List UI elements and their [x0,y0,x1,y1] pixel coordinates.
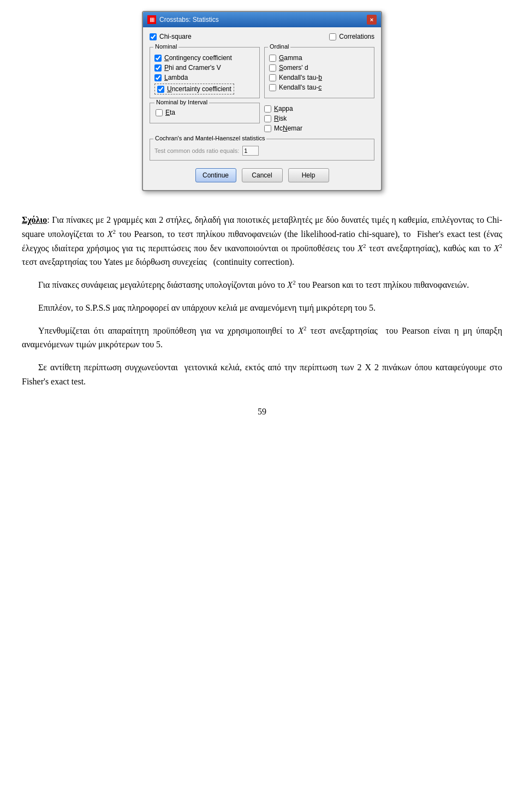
kendall-taub-checkbox[interactable] [269,74,276,81]
uncertainty-checkbox[interactable] [157,86,164,93]
ordinal-group-title: Ordinal [268,43,290,50]
kappa-option: Kappa [264,105,374,112]
odds-row: Test common odds ratio equals: [154,146,370,156]
paragraph3: Επιπλέον, το S.P.S.S μας πληροφορεί αν υ… [22,301,502,315]
sup4: 2 [293,279,296,286]
chi-square-label: Chi-square [159,33,192,40]
titlebar-left: ▦ Crosstabs: Statistics [147,15,219,24]
dialog-app-icon: ▦ [147,15,156,24]
lambda-checkbox[interactable] [154,74,162,81]
correlations-label: Correlations [339,33,374,40]
chi-x2: X [358,244,363,253]
chi-square-checkbox[interactable] [150,33,157,40]
sup3: 2 [499,242,503,249]
kappa-checkbox[interactable] [264,105,271,112]
mcnemar-checkbox[interactable] [264,125,271,132]
dialog-titlebar: ▦ Crosstabs: Statistics × [143,12,381,27]
cancel-button[interactable]: Cancel [242,168,283,182]
nominal-interval-title: Nominal by Interval [154,99,209,105]
dialog-buttons: Continue Cancel Help [150,165,374,185]
kendall-taub-label: Kendall's tau-b [279,74,322,81]
lambda-option: Lambda [154,74,255,81]
kendall-tauc-checkbox[interactable] [269,84,276,91]
chi-x1: X [108,229,113,239]
risk-label: Risk [274,115,287,122]
scholio-colon: : Για πίνακες με 2 γραμμές και 2 στήλες,… [22,215,502,266]
continue-button[interactable]: Continue [195,168,236,182]
nominal-interval-group: Nominal by Interval Eta [150,103,260,134]
kendall-taub-option: Kendall's tau-b [269,74,370,81]
dialog-container: ▦ Crosstabs: Statistics × Chi-square Cor… [22,11,502,191]
nominal-interval-row: Nominal by Interval Eta Kappa Ris [150,103,374,134]
somers-label: Somers' d [279,64,308,72]
correlations-checkbox[interactable] [329,33,336,40]
close-button[interactable]: × [367,15,377,25]
mcnemar-label: McNemar [274,125,302,132]
nominal-group-title: Nominal [153,43,178,50]
scholio-label: Σχόλιο [22,215,47,224]
top-options-row: Chi-square Correlations [150,33,374,43]
dialog-body: Chi-square Correlations Nominal Continge… [143,27,381,190]
chi-x3: X [494,244,499,253]
paragraph5: Σε αντίθετη περίπτωση συγχωνεύονται γειτ… [22,360,502,388]
kappa-label: Kappa [274,105,293,112]
phi-cramer-checkbox[interactable] [154,64,162,72]
sup5: 2 [303,325,307,331]
chi-square-option: Chi-square [150,33,192,40]
right-col-options: Kappa Risk McNemar [264,103,374,134]
kendall-tauc-option: Kendall's tau-c [269,84,370,91]
contingency-checkbox[interactable] [154,55,162,62]
odds-label: Test common odds ratio equals: [154,147,239,154]
risk-option: Risk [264,115,374,122]
dialog-title: Crosstabs: Statistics [159,16,219,23]
scholio-paragraph: Σχόλιο: Για πίνακες με 2 γραμμές και 2 σ… [22,213,502,269]
nominal-group: Nominal Contingency coefficient Phi and … [150,47,260,98]
phi-cramer-option: Phi and Cramer's V [154,64,255,72]
crosstabs-statistics-dialog: ▦ Crosstabs: Statistics × Chi-square Cor… [142,11,382,191]
somers-option: Somers' d [269,64,370,72]
gamma-label: Gamma [279,54,302,62]
paragraph2: Για πίνακες συνάφειας μεγαλύτερης διάστα… [22,278,502,292]
eta-checkbox[interactable] [156,109,163,116]
odds-input[interactable] [242,146,259,156]
contingency-label: Contingency coefficient [164,54,232,62]
chi-x4: X [287,280,293,289]
uncertainty-option: Uncertainty coefficient [154,84,234,94]
phi-cramer-label: Phi and Cramer's V [164,64,221,72]
gamma-checkbox[interactable] [269,55,276,62]
gamma-option: Gamma [269,54,370,62]
nominal-ordinal-row: Nominal Contingency coefficient Phi and … [150,47,374,98]
ordinal-group: Ordinal Gamma Somers' d Kendall's tau [264,47,374,98]
somers-checkbox[interactable] [269,64,276,72]
uncertainty-label: Uncertainty coefficient [167,85,231,93]
eta-label: Eta [165,109,175,116]
paragraph4: Υπενθυμίζεται ότι απαραίτητη προϋπόθεση … [22,324,502,352]
correlations-option: Correlations [329,33,374,40]
main-content: Σχόλιο: Για πίνακες με 2 γραμμές και 2 σ… [22,213,502,419]
page-number: 59 [22,405,502,419]
lambda-label: Lambda [164,74,188,81]
chi-x5: X [298,326,303,335]
kendall-tauc-label: Kendall's tau-c [279,84,321,91]
contingency-option: Contingency coefficient [154,54,255,62]
mcnemar-option: McNemar [264,125,374,132]
cochrans-title: Cochran's and Mantel-Haenszel statistics [153,135,266,141]
sup1: 2 [113,228,116,235]
eta-option: Eta [156,109,254,116]
risk-checkbox[interactable] [264,115,271,122]
cochrans-box: Cochran's and Mantel-Haenszel statistics… [150,139,374,161]
nominal-interval-box: Nominal by Interval Eta [150,103,260,123]
help-button[interactable]: Help [288,168,329,182]
sup2: 2 [363,242,366,249]
